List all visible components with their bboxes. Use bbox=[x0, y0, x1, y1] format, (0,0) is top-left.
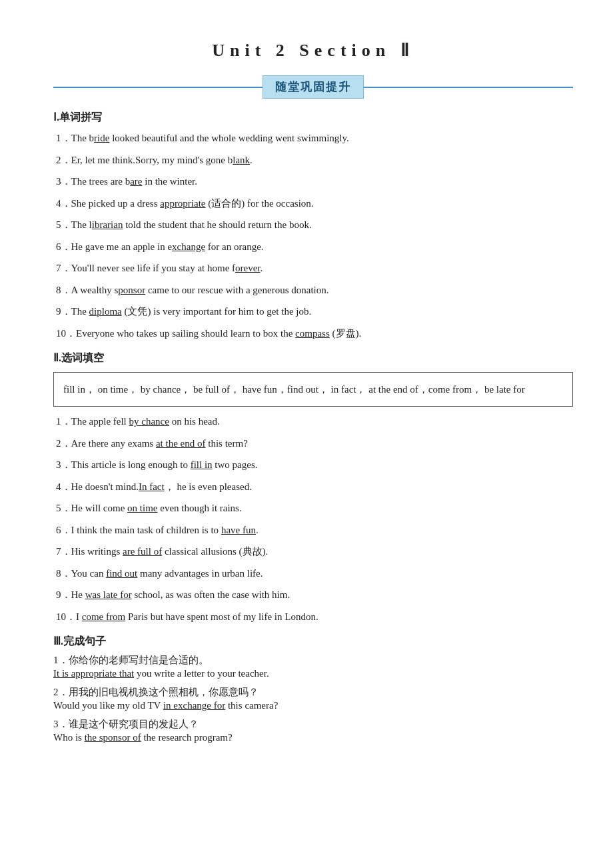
part2-item-9: 9．He was late for school, as was often t… bbox=[53, 587, 573, 604]
banner-section: 随堂巩固提升 bbox=[53, 75, 573, 99]
part3-item-cn-3: 3．谁是这个研究项目的发起人？ bbox=[53, 718, 573, 731]
part1-item-9: 9．The diploma (文凭) is very important for… bbox=[53, 303, 573, 321]
part3-list: 1．你给你的老师写封信是合适的。It is appropriate that y… bbox=[53, 654, 573, 743]
part3-title: Ⅲ.完成句子 bbox=[53, 635, 573, 649]
part2-item-3: 3．This article is long enough to fill in… bbox=[53, 457, 573, 474]
phrase-box: fill in， on time， by chance， be full of，… bbox=[53, 372, 573, 407]
part1-item-5: 5．The librarian told the student that he… bbox=[53, 217, 573, 234]
part3-item-en-1: It is appropriate that you write a lette… bbox=[53, 668, 573, 679]
part3-section: Ⅲ.完成句子 1．你给你的老师写封信是合适的。It is appropriate… bbox=[53, 635, 573, 743]
part3-item-3: 3．谁是这个研究项目的发起人？Who is the sponsor of the… bbox=[53, 718, 573, 743]
part2-item-10: 10．I come from Paris but have spent most… bbox=[53, 609, 573, 626]
part1-item-6: 6．He gave me an apple in exchange for an… bbox=[53, 239, 573, 256]
part2-item-8: 8．You can find out many advantages in ur… bbox=[53, 565, 573, 583]
part2-item-5: 5．He will come on time even though it ra… bbox=[53, 500, 573, 517]
part3-item-2: 2．用我的旧电视机换这个照相机，你愿意吗？Would you like my o… bbox=[53, 686, 573, 711]
part1-section: Ⅰ.单词拼写 1．The bride looked beautiful and … bbox=[53, 111, 573, 342]
banner-right-line bbox=[364, 87, 573, 88]
part3-item-1: 1．你给你的老师写封信是合适的。It is appropriate that y… bbox=[53, 654, 573, 679]
part1-item-4: 4．She picked up a dress appropriate (适合的… bbox=[53, 195, 573, 213]
part2-title: Ⅱ.选词填空 bbox=[53, 351, 573, 365]
part1-item-10: 10．Everyone who takes up sailing should … bbox=[53, 325, 573, 343]
part2-list: 1．The apple fell by chance on his head.2… bbox=[53, 413, 573, 625]
part1-item-3: 3．The trees are bare in the winter. bbox=[53, 173, 573, 191]
page-title: Unit 2 Section Ⅱ bbox=[53, 40, 573, 61]
part3-item-cn-1: 1．你给你的老师写封信是合适的。 bbox=[53, 654, 573, 667]
part2-item-6: 6．I think the main task of children is t… bbox=[53, 522, 573, 539]
part2-item-1: 1．The apple fell by chance on his head. bbox=[53, 413, 573, 431]
part2-item-7: 7．His writings are full of classical all… bbox=[53, 543, 573, 561]
part3-item-en-2: Would you like my old TV in exchange for… bbox=[53, 700, 573, 711]
part3-item-cn-2: 2．用我的旧电视机换这个照相机，你愿意吗？ bbox=[53, 686, 573, 699]
part1-title: Ⅰ.单词拼写 bbox=[53, 111, 573, 125]
banner-left-line bbox=[53, 87, 263, 88]
part2-item-2: 2．Are there any exams at the end of this… bbox=[53, 435, 573, 453]
part2-section: Ⅱ.选词填空 fill in， on time， by chance， be f… bbox=[53, 351, 573, 625]
part1-item-2: 2．Er, let me think.Sorry, my mind's gone… bbox=[53, 152, 573, 169]
part1-item-7: 7．You'll never see life if you stay at h… bbox=[53, 260, 573, 277]
part2-item-4: 4．He doesn't mind.In fact， he is even pl… bbox=[53, 479, 573, 496]
part1-item-8: 8．A wealthy sponsor came to our rescue w… bbox=[53, 282, 573, 299]
banner-text: 随堂巩固提升 bbox=[263, 75, 364, 99]
part1-item-1: 1．The bride looked beautiful and the who… bbox=[53, 130, 573, 147]
part1-list: 1．The bride looked beautiful and the who… bbox=[53, 130, 573, 342]
part3-item-en-3: Who is the sponsor of the research progr… bbox=[53, 732, 573, 743]
